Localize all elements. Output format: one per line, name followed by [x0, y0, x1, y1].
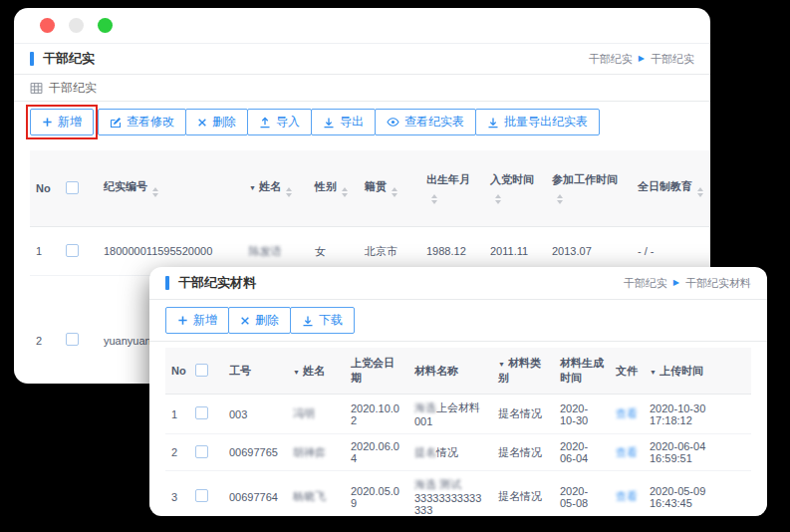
cell-text: 2 [171, 446, 177, 458]
column-header[interactable]: 纪实编号 [98, 150, 243, 227]
table-cell: 2 [30, 276, 60, 385]
sort-icon[interactable] [392, 187, 397, 197]
column-label: 材料生成时间 [560, 357, 604, 384]
table-cell: 2 [165, 434, 189, 471]
breadcrumb-item[interactable]: 干部纪实材料 [685, 276, 751, 291]
filter-icon[interactable]: ▼ [249, 184, 256, 191]
view-file-link[interactable]: 查看 [616, 446, 638, 458]
column-header: 材料生成时间 [554, 348, 610, 395]
table-cell: 003 [223, 395, 287, 434]
download-button[interactable]: 下载 [290, 307, 355, 334]
select-all-checkbox[interactable] [195, 364, 208, 377]
button-label: 查看纪实表 [404, 114, 464, 131]
page-header: 干部纪实 干部纪实▶干部纪实 [14, 44, 710, 75]
cell-text: 海选 测试 [414, 478, 461, 490]
panel-header: 干部纪实 [14, 75, 710, 102]
desktop-background: 干部纪实 干部纪实▶干部纪实 干部纪实 新增查看修改删除导入导出查看纪实表批量导… [0, 0, 790, 532]
column-label: 文件 [616, 365, 638, 377]
column-header[interactable]: 全日制教育 [632, 150, 709, 227]
cell-text: 胡禅弈 [293, 446, 326, 458]
cell-text: 2020-10-30 17:18:12 [650, 402, 705, 426]
sort-icon[interactable] [286, 187, 292, 197]
minimize-button[interactable] [69, 18, 84, 33]
delete-button[interactable]: 删除 [185, 109, 248, 135]
table-icon [30, 82, 43, 95]
table-cell: 提名情况 [492, 434, 554, 471]
column-header[interactable]: 参加工作时间 [546, 150, 632, 227]
cell-text: 003 [229, 408, 247, 420]
batch-export-record-table-button[interactable]: 批量导出纪实表 [475, 109, 600, 135]
row-checkbox[interactable] [66, 244, 79, 257]
sort-icon[interactable] [152, 187, 158, 197]
column-header: 材料名称 [408, 348, 492, 395]
filter-icon[interactable]: ▼ [498, 361, 505, 368]
cell-text: 提名情况 [498, 446, 542, 458]
button-label: 批量导出纪实表 [504, 114, 588, 131]
plus-icon [42, 117, 53, 128]
table-cell: 2020-05-08 [554, 471, 610, 517]
view-edit-button[interactable]: 查看修改 [98, 109, 186, 135]
cell-text: 00697765 [229, 446, 278, 458]
column-header[interactable]: 出生年月 [420, 150, 484, 227]
column-header: ▼上传时间 [644, 348, 751, 395]
zoom-button[interactable] [98, 18, 113, 33]
close-button[interactable] [40, 18, 55, 33]
page-header: 干部纪实材料 干部纪实▶干部纪实材料 [149, 267, 767, 300]
table-row: 1003冯明2020.10.02海选上会材料001提名情况2020-10-30查… [165, 395, 751, 434]
breadcrumb-item[interactable]: 干部纪实 [624, 276, 667, 291]
column-label: 性别 [315, 180, 337, 192]
row-checkbox[interactable] [66, 333, 79, 346]
row-checkbox[interactable] [195, 406, 208, 419]
row-checkbox[interactable] [195, 445, 208, 458]
cell-text: 北京市 [365, 245, 397, 257]
table-cell: 2020.10.02 [345, 395, 408, 434]
view-file-link[interactable]: 查看 [616, 490, 638, 502]
row-checkbox[interactable] [195, 489, 208, 502]
cell-text: 提名 [414, 446, 436, 458]
breadcrumb-item[interactable]: 干部纪实 [589, 52, 633, 67]
cell-text: 33333333333333 [414, 492, 481, 516]
sort-icon[interactable] [697, 187, 703, 197]
select-all-checkbox[interactable] [66, 181, 79, 194]
add-button[interactable]: 新增 [30, 109, 94, 135]
eye-icon [387, 117, 399, 128]
table-cell: 2020-05-09 16:43:45 [644, 471, 751, 517]
column-header[interactable]: 性别 [309, 150, 359, 227]
sort-icon[interactable] [557, 194, 563, 204]
column-label: 籍贯 [365, 180, 387, 192]
table-cell [189, 395, 223, 434]
table-cell [60, 276, 98, 385]
cell-text: 1 [36, 245, 42, 257]
filter-icon[interactable]: ▼ [650, 369, 657, 376]
button-label: 删除 [212, 114, 236, 131]
cell-text: 2020-06-04 16:59:51 [650, 440, 705, 464]
column-header[interactable]: 入党时间 [484, 150, 546, 227]
delete-button[interactable]: 删除 [228, 307, 291, 334]
sort-icon[interactable] [342, 187, 348, 197]
close-icon [197, 118, 207, 128]
view-record-table-button[interactable]: 查看纪实表 [375, 109, 476, 135]
add-button[interactable]: 新增 [165, 307, 229, 334]
breadcrumb-item[interactable]: 干部纪实 [651, 52, 694, 67]
import-button[interactable]: 导入 [247, 109, 312, 135]
column-header[interactable]: ▼姓名 [243, 150, 309, 227]
view-file-link[interactable]: 查看 [616, 407, 638, 419]
select-all-header [60, 150, 98, 227]
cell-text: 1 [171, 408, 177, 420]
filter-icon[interactable]: ▼ [293, 369, 300, 376]
export-button[interactable]: 导出 [311, 109, 376, 135]
table-cell: 00697764 [223, 471, 287, 517]
column-header[interactable]: 籍贯 [359, 150, 420, 227]
window-titlebar [14, 8, 710, 44]
cell-text: 2020-05-08 [560, 485, 588, 509]
sort-icon[interactable] [431, 194, 437, 204]
column-label: 出生年月 [426, 173, 470, 185]
title-accent-bar [30, 52, 34, 66]
cell-text: 提名情况 [498, 490, 542, 502]
sort-icon[interactable] [495, 194, 501, 204]
breadcrumb-arrow-icon: ▶ [639, 55, 645, 63]
toolbar: 新增查看修改删除导入导出查看纪实表批量导出纪实表 [14, 102, 710, 144]
table-cell: 杨晓飞 [287, 471, 345, 517]
table-row: 200697765胡禅弈2020.06.04提名情况提名情况2020-06-04… [165, 434, 751, 471]
cell-text: 冯明 [293, 407, 315, 419]
